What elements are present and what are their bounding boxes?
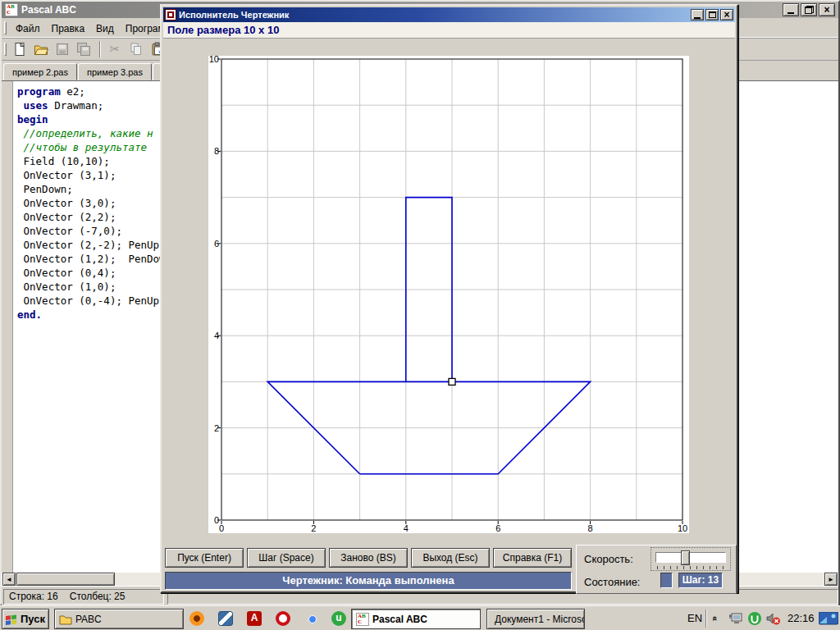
code-line: PenDown; [17,182,178,196]
code-line: program e2; [17,84,178,98]
slider-thumb[interactable] [681,550,690,565]
clock[interactable]: 22:16 [788,612,815,624]
state-label: Состояние: [584,576,640,588]
display-icon[interactable] [819,612,838,628]
code-line: begin [17,112,178,126]
folder-icon [59,614,72,625]
code-line: OnVector (1,2); PenDown; [17,252,178,266]
desktop-screen: ABC Pascal ABC × ФайлПравкаВидПрограмма [0,0,840,630]
start-button[interactable]: Пуск [2,609,49,629]
taskbar: Пуск PABC A u ABC Pascal ABC W Документ1… [0,605,840,630]
control-panel: Скорость: Состояние: Шаг: 13 [576,545,737,594]
pascal-window-title: Pascal ABC [21,4,76,16]
language-indicator[interactable]: EN [687,612,702,624]
restart-button[interactable]: Заново (BS) [329,548,408,568]
code-line: uses Drawman; [17,98,178,112]
muted-speaker-icon[interactable] [765,611,781,629]
menu-item-1[interactable]: Правка [46,21,91,37]
pascal-abc-app-icon: ABC [5,3,18,16]
help-button[interactable]: Справка (F1) [493,548,572,568]
start-label: Пуск [21,613,45,625]
windows-flag-icon [5,614,18,625]
editor-gutter [2,81,13,573]
drawman-window: Исполнитель Чертежник × Поле размера 10 … [160,4,738,593]
scroll-left-icon[interactable]: ◄ [2,573,16,586]
drawman-button-row: Пуск (Enter)Шаг (Space)Заново (BS)Выход … [162,548,576,568]
hardware-icon[interactable] [728,611,743,629]
code-line: OnVector (1,0); [17,280,178,294]
minimize-icon[interactable] [783,3,799,16]
restore-icon[interactable] [801,3,817,16]
aimp-icon[interactable] [189,611,204,626]
drawman-app-icon [165,9,176,21]
save-icon[interactable] [52,39,72,59]
run-button[interactable]: Пуск (Enter) [165,548,244,568]
copy-icon[interactable] [126,39,146,59]
toolbar-separator [99,41,101,57]
pascal-abc-icon: ABC [356,613,369,626]
svg-text:4: 4 [214,331,219,340]
step-badge: Шаг: 13 [678,573,723,588]
scroll-right-icon[interactable]: ► [824,573,838,586]
speed-label: Скорость: [584,553,633,565]
scroll-thumb[interactable] [16,573,115,586]
tray-divider [705,609,707,628]
svg-text:2: 2 [311,523,316,533]
svg-text:6: 6 [495,523,500,533]
utorrent-tray-icon[interactable] [747,611,762,629]
pen-cursor [449,378,455,385]
menu-item-2[interactable]: Вид [90,21,120,37]
svg-text:10: 10 [678,523,687,533]
svg-text:0: 0 [219,523,224,533]
taskbar-folder-button[interactable]: PABC [54,609,184,629]
close-icon[interactable]: × [819,3,835,16]
svg-text:8: 8 [588,523,593,533]
code-text: program e2; uses Drawman;begin //определ… [17,84,178,322]
drawing-canvas[interactable]: 00224466881010 [208,56,689,533]
menu-item-0[interactable]: Файл [10,21,46,37]
open-file-icon[interactable] [31,39,51,59]
media-player-icon[interactable] [218,611,233,626]
state-indicator [660,573,673,588]
code-line: OnVector (3,1); [17,168,178,182]
status-line-number: Строка: 16 [9,591,58,602]
new-file-icon[interactable] [10,39,30,59]
svg-text:2: 2 [214,423,219,433]
code-line: Field (10,10); [17,154,178,168]
drawman-status-message: Чертежник: Команда выполнена [165,572,572,590]
code-line: //чтобы в результате [17,140,178,154]
step-button[interactable]: Шаг (Space) [247,548,326,568]
close-icon[interactable]: × [720,9,733,21]
drawman-window-title: Исполнитель Чертежник [179,10,289,20]
drawman-titlebar[interactable]: Исполнитель Чертежник × [163,7,735,22]
field-size-label: Поле размера 10 x 10 [167,24,279,36]
maximize-icon[interactable] [705,9,719,21]
code-line: //определить, какие н [17,126,178,140]
tab-1[interactable]: пример 3.pas [78,63,152,80]
tab-0[interactable]: пример 2.pas [3,63,77,80]
code-line: OnVector (-7,0); [17,224,178,238]
minimize-icon[interactable] [691,9,704,21]
utorrent-icon[interactable]: u [331,611,346,626]
collapse-chevron-icon[interactable]: « [710,616,720,621]
field-plot: 00224466881010 [208,56,689,533]
save-all-icon[interactable] [74,39,94,59]
slider-ticks [657,566,724,569]
adobe-reader-icon[interactable]: A [247,611,262,626]
code-line: OnVector (2,-2); PenUp; [17,238,178,252]
cut-icon[interactable]: ✂ [105,39,125,59]
slider-groove [655,552,726,563]
code-line: OnVector (3,0); [17,196,178,210]
taskbar-pascal-abc-button[interactable]: ABC Pascal ABC [351,609,481,629]
speed-slider[interactable] [651,547,731,571]
code-line: OnVector (2,2); [17,210,178,224]
exit-button[interactable]: Выход (Esc) [411,548,490,568]
toolbar-grip [4,43,7,56]
code-line: end. [17,308,178,322]
code-line: OnVector (0,4); [17,266,178,280]
taskbar-word-button[interactable]: W Документ1 - Microsoft ... [486,609,585,629]
opera-icon[interactable] [276,611,290,626]
svg-text:10: 10 [209,56,219,64]
drawing-area: 00224466881010 [163,39,735,544]
field-size-bar: Поле размера 10 x 10 [163,22,735,39]
